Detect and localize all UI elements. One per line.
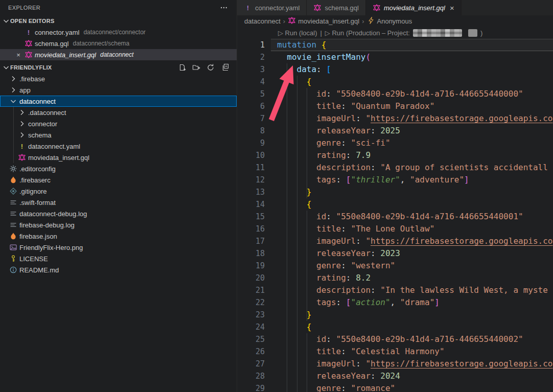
tree-item-.swift-format[interactable]: .swift-format bbox=[0, 197, 237, 208]
tree-item-firebase-debug.log[interactable]: firebase-debug.log bbox=[0, 219, 237, 230]
tab-connector.yaml[interactable]: !connector.yaml bbox=[237, 0, 307, 15]
new-file-icon[interactable] bbox=[178, 63, 186, 72]
code-line-6[interactable]: 6 title: "Quantum Paradox" bbox=[237, 100, 553, 112]
open-editor-item-connector.yaml[interactable]: !connector.yamldataconnect/connector bbox=[0, 27, 237, 38]
code-line-27[interactable]: 27 imageUrl: "https://firebasestorage.go… bbox=[237, 358, 553, 370]
code-line-content[interactable]: rating: 7.9 bbox=[277, 149, 371, 162]
tree-item-.dataconnect[interactable]: .dataconnect bbox=[0, 107, 237, 118]
tab-close-button[interactable]: × bbox=[450, 4, 454, 12]
code-line-24[interactable]: 24 { bbox=[237, 321, 553, 333]
code-line-content[interactable]: genre: "romance" bbox=[277, 382, 395, 392]
code-line-28[interactable]: 28 releaseYear: 2024 bbox=[237, 370, 553, 382]
code-line-21[interactable]: 21 description: "In the lawless Wild Wes… bbox=[237, 284, 553, 296]
breadcrumb-item-Anonymous[interactable]: Anonymous bbox=[367, 16, 412, 26]
code-line-2[interactable]: 2 movie_insertMany( bbox=[237, 51, 553, 63]
code-line-12[interactable]: 12 tags: ["thriller", "adventure"] bbox=[237, 174, 553, 186]
tree-item-README.md[interactable]: README.md bbox=[0, 264, 237, 275]
code-line-22[interactable]: 22 tags: ["action", "drama"] bbox=[237, 296, 553, 309]
code-line-content[interactable]: data: [ bbox=[277, 63, 331, 76]
code-line-11[interactable]: 11 description: "A group of scientists a… bbox=[237, 162, 553, 174]
code-line-9[interactable]: 9 genre: "sci-fi" bbox=[237, 137, 553, 149]
breadcrumb-item-moviedata_insert.gql[interactable]: moviedata_insert.gql bbox=[288, 16, 359, 26]
tree-item-.gitignore[interactable]: .gitignore bbox=[0, 186, 237, 197]
code-line-8[interactable]: 8 releaseYear: 2025 bbox=[237, 125, 553, 137]
code-line-13[interactable]: 13 } bbox=[237, 186, 553, 198]
more-icon[interactable] bbox=[220, 4, 228, 12]
tree-item-firebase.json[interactable]: firebase.json bbox=[0, 230, 237, 242]
code-line-16[interactable]: 16 title: "The Lone Outlaw" bbox=[237, 223, 553, 235]
tree-item-.firebaserc[interactable]: .firebaserc bbox=[0, 174, 237, 186]
code-line-content[interactable]: releaseYear: 2023 bbox=[277, 247, 400, 260]
code-line-content[interactable]: id: "550e8400-e29b-41d4-a716-44665544000… bbox=[277, 333, 523, 345]
open-editor-item-moviedata_insert.gql[interactable]: ×moviedata_insert.gqldataconnect bbox=[0, 49, 237, 60]
tree-item-FriendlyFlix-Hero.png[interactable]: FriendlyFlix-Hero.png bbox=[0, 242, 237, 253]
more-actions-button[interactable] bbox=[219, 3, 228, 12]
tree-item-LICENSE[interactable]: LICENSE bbox=[0, 253, 237, 264]
code-line-25[interactable]: 25 id: "550e8400-e29b-41d4-a716-44665544… bbox=[237, 333, 553, 345]
project-header[interactable]: FRIENDLYFLIX bbox=[0, 62, 237, 73]
code-line-content[interactable]: genre: "sci-fi" bbox=[277, 137, 390, 149]
tree-item-.firebase[interactable]: .firebase bbox=[0, 73, 237, 84]
collapse-all-icon[interactable] bbox=[221, 63, 229, 72]
code-line-content[interactable]: imageUrl: "https://firebasestorage.googl… bbox=[277, 358, 552, 370]
code-line-20[interactable]: 20 rating: 8.2 bbox=[237, 272, 553, 284]
code-line-content[interactable]: title: "Quantum Paradox" bbox=[277, 100, 434, 112]
new-folder-button[interactable] bbox=[192, 63, 201, 72]
tree-item-app[interactable]: app bbox=[0, 84, 237, 96]
tree-item-dataconnect[interactable]: dataconnect bbox=[0, 96, 237, 107]
code-line-1[interactable]: 1mutation { bbox=[237, 39, 553, 51]
code-line-7[interactable]: 7 imageUrl: "https://firebasestorage.goo… bbox=[237, 112, 553, 125]
tree-item-dataconnect.yaml[interactable]: !dataconnect.yaml bbox=[0, 141, 237, 152]
code-line-content[interactable]: releaseYear: 2024 bbox=[277, 370, 400, 382]
code-line-content[interactable]: id: "550e8400-e29b-41d4-a716-44665544000… bbox=[277, 211, 523, 223]
code-line-content[interactable]: { bbox=[277, 76, 311, 88]
code-line-content[interactable]: description: "A group of scientists acci… bbox=[277, 162, 548, 174]
code-line-19[interactable]: 19 genre: "western" bbox=[237, 260, 553, 272]
tree-item-connector[interactable]: connector bbox=[0, 118, 237, 129]
code-line-content[interactable]: description: "In the lawless Wild West, … bbox=[277, 284, 548, 296]
code-line-content[interactable]: imageUrl: "https://firebasestorage.googl… bbox=[277, 235, 552, 247]
code-line-content[interactable]: { bbox=[277, 198, 311, 211]
tree-item-dataconnect-debug.log[interactable]: dataconnect-debug.log bbox=[0, 208, 237, 219]
codelens-run-local[interactable]: ▷ Run (local) bbox=[278, 29, 317, 37]
open-editors-header[interactable]: OPEN EDITORS bbox=[0, 15, 237, 27]
breadcrumb-item-dataconnect[interactable]: dataconnect bbox=[244, 17, 281, 25]
code-line-content[interactable]: { bbox=[277, 321, 311, 333]
code-line-content[interactable]: } bbox=[277, 186, 311, 198]
code-line-content[interactable]: movie_insertMany( bbox=[277, 51, 371, 63]
code-line-content[interactable]: id: "550e8400-e29b-41d4-a716-44665544000… bbox=[277, 88, 523, 100]
codelens-run-production[interactable]: ▷ Run (Production – Project: bbox=[325, 29, 410, 37]
code-line-content[interactable]: imageUrl: "https://firebasestorage.googl… bbox=[277, 112, 552, 125]
new-folder-icon[interactable] bbox=[192, 63, 200, 72]
code-line-5[interactable]: 5 id: "550e8400-e29b-41d4-a716-446655440… bbox=[237, 88, 553, 100]
collapse-all-button[interactable] bbox=[220, 63, 229, 72]
close-icon[interactable]: × bbox=[14, 51, 22, 59]
code-line-content[interactable]: } bbox=[277, 309, 311, 321]
tab-schema.gql[interactable]: schema.gql bbox=[307, 0, 365, 15]
refresh-button[interactable] bbox=[206, 63, 215, 72]
code-line-content[interactable]: rating: 8.2 bbox=[277, 272, 371, 284]
open-editor-item-schema.gql[interactable]: schema.gqldataconnect/schema bbox=[0, 38, 237, 49]
tab-moviedata_insert.gql[interactable]: moviedata_insert.gql× bbox=[366, 0, 462, 15]
code-line-17[interactable]: 17 imageUrl: "https://firebasestorage.go… bbox=[237, 235, 553, 247]
code-line-26[interactable]: 26 title: "Celestial Harmony" bbox=[237, 345, 553, 358]
refresh-icon[interactable] bbox=[206, 63, 215, 72]
tree-item-schema[interactable]: schema bbox=[0, 129, 237, 141]
code-line-3[interactable]: 3 data: [ bbox=[237, 63, 553, 76]
code-line-content[interactable]: title: "The Lone Outlaw" bbox=[277, 223, 434, 235]
code-line-18[interactable]: 18 releaseYear: 2023 bbox=[237, 247, 553, 260]
code-line-29[interactable]: 29 genre: "romance" bbox=[237, 382, 553, 392]
code-line-content[interactable]: title: "Celestial Harmony" bbox=[277, 345, 445, 358]
tree-item-moviedata_insert.gql[interactable]: moviedata_insert.gql bbox=[0, 152, 237, 163]
code-line-23[interactable]: 23 } bbox=[237, 309, 553, 321]
code-line-4[interactable]: 4 { bbox=[237, 76, 553, 88]
code-line-content[interactable]: genre: "western" bbox=[277, 260, 395, 272]
tree-item-.editorconfig[interactable]: .editorconfig bbox=[0, 163, 237, 174]
new-file-button[interactable] bbox=[177, 63, 187, 72]
code-line-content[interactable]: tags: ["action", "drama"] bbox=[277, 296, 440, 309]
code-line-content[interactable]: releaseYear: 2025 bbox=[277, 125, 400, 137]
code-line-10[interactable]: 10 rating: 7.9 bbox=[237, 149, 553, 162]
code-line-15[interactable]: 15 id: "550e8400-e29b-41d4-a716-44665544… bbox=[237, 211, 553, 223]
code-editor[interactable]: 1mutation {2 movie_insertMany(3 data: [4… bbox=[237, 39, 553, 392]
code-line-14[interactable]: 14 { bbox=[237, 198, 553, 211]
